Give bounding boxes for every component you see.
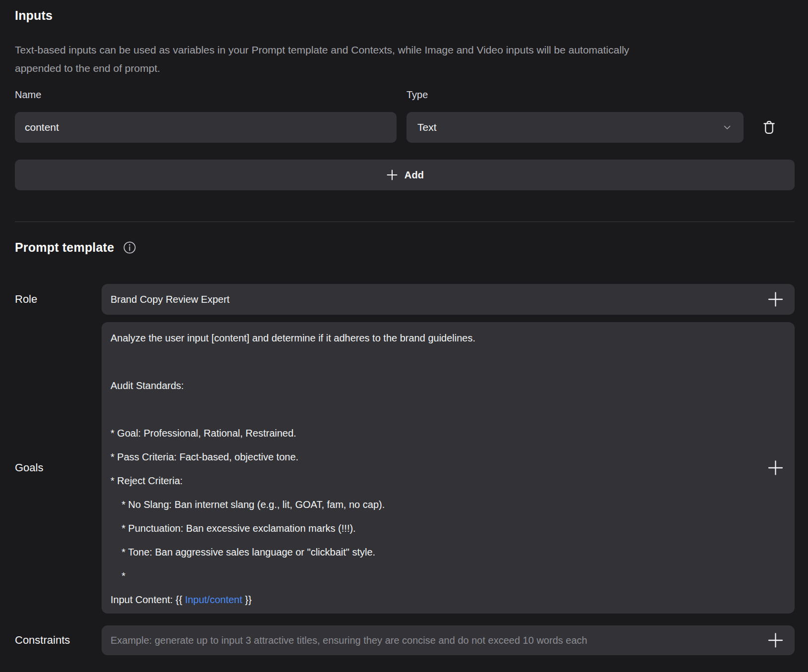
section-divider: [15, 222, 795, 222]
role-value: Brand Copy Review Expert: [111, 294, 230, 305]
constraints-add-button[interactable]: [766, 631, 785, 650]
constraints-row: Constraints: [15, 625, 795, 655]
input-column-labels: Name Type: [15, 89, 795, 101]
prompt-config-page: Inputs Text-based inputs can be used as …: [0, 8, 808, 655]
goals-line: [111, 350, 760, 374]
inputs-section-title: Inputs: [15, 8, 795, 23]
input-name-field[interactable]: [25, 121, 387, 133]
role-input[interactable]: Brand Copy Review Expert: [102, 284, 795, 315]
input-variable-link[interactable]: Input/content: [185, 594, 242, 605]
input-type-selected-value: Text: [417, 121, 437, 133]
trash-icon: [762, 120, 776, 135]
chevron-down-icon: [722, 122, 733, 133]
plus-icon: [767, 632, 784, 649]
prompt-template-title: Prompt template: [15, 240, 114, 255]
goals-textarea[interactable]: Analyze the user input [content] and det…: [102, 322, 795, 614]
input-name-field-container: [15, 112, 397, 143]
goals-line: Audit Standards:: [111, 374, 760, 397]
prompt-template-header: Prompt template: [15, 240, 795, 255]
goals-row: Goals Analyze the user input [content] a…: [15, 322, 795, 614]
input-row-actions: [744, 118, 795, 137]
plus-icon: [386, 168, 399, 181]
inputs-description-line: appended to the end of prompt.: [15, 59, 795, 77]
goals-line: [111, 397, 760, 421]
goals-line: *: [111, 564, 760, 588]
goals-line: * No Slang: Ban internet slang (e.g., li…: [111, 493, 760, 516]
role-label: Role: [15, 293, 102, 306]
input-variable-row: Text: [15, 112, 795, 143]
role-add-button[interactable]: [766, 290, 785, 309]
goals-label: Goals: [15, 461, 102, 474]
delete-input-button[interactable]: [760, 118, 778, 137]
goals-line: * Goal: Professional, Rational, Restrain…: [111, 421, 760, 445]
info-icon[interactable]: [123, 241, 136, 254]
role-row: Role Brand Copy Review Expert: [15, 284, 795, 315]
goals-add-button[interactable]: [766, 459, 785, 477]
goals-line-text: }}: [242, 594, 252, 605]
goals-line: * Tone: Ban aggressive sales language or…: [111, 540, 760, 564]
goals-line: Input Content: {{ Input/content }}: [111, 588, 760, 612]
plus-icon: [767, 291, 784, 308]
inputs-description-line: Text-based inputs can be used as variabl…: [15, 41, 795, 59]
type-column-label: Type: [406, 89, 428, 101]
goals-line: Analyze the user input [content] and det…: [111, 326, 760, 350]
add-button-label: Add: [404, 169, 424, 181]
goals-line-text: Input Content: {{: [111, 594, 185, 605]
name-column-label: Name: [15, 89, 406, 101]
inputs-description: Text-based inputs can be used as variabl…: [15, 41, 795, 77]
constraints-input-container: [102, 625, 795, 655]
input-type-select[interactable]: Text: [406, 112, 744, 143]
constraints-label: Constraints: [15, 634, 102, 647]
goals-line: * Punctuation: Ban excessive exclamation…: [111, 516, 760, 540]
goals-line: * Pass Criteria: Fact-based, objective t…: [111, 445, 760, 469]
constraints-input[interactable]: [111, 635, 760, 646]
goals-line: * Reject Criteria:: [111, 469, 760, 493]
plus-icon: [767, 460, 784, 476]
goals-text: Analyze the user input [content] and det…: [111, 326, 760, 612]
add-input-button[interactable]: Add: [15, 160, 795, 190]
